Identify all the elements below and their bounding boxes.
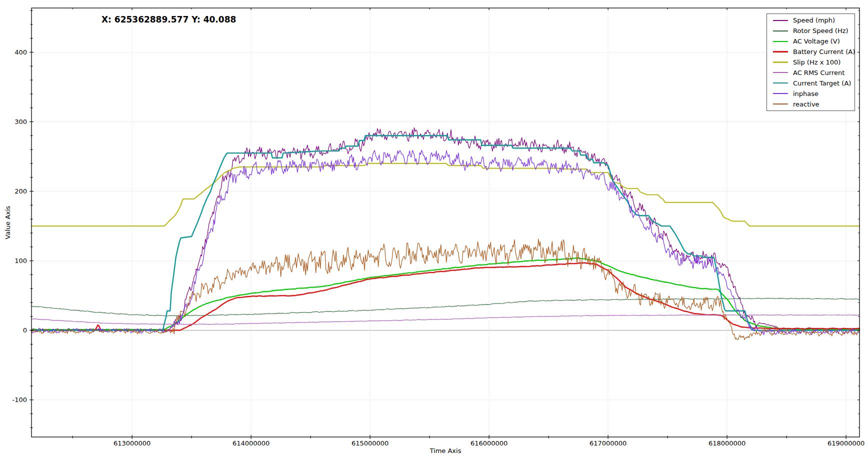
legend-label-rotor-speed-hz: Rotor Speed (Hz) [793,27,848,34]
figure: 6130000006140000006150000006160000006170… [0,0,868,459]
x-axis-label: Time Axis [416,447,476,454]
legend-item-inphase: inphase [767,88,854,98]
legend-swatch-speed-mph [773,20,788,21]
series-current-target-a [32,136,860,330]
y-axis-label: Value Axis [4,206,12,240]
legend-item-slip-hz-x-100: Slip (Hz x 100) [767,57,854,67]
legend-item-battery-current-a: Battery Current (A) [767,47,854,57]
y-tick-label: 100 [14,257,27,264]
legend-label-ac-rms-current: AC RMS Current [793,69,844,76]
legend-swatch-current-target-a [773,82,788,84]
legend-item-speed-mph: Speed (mph) [767,16,854,26]
x-tick-label: 613000000 [114,440,150,447]
legend-swatch-battery-current-a [773,51,788,52]
x-tick-label: 618000000 [708,440,746,447]
y-tick-label: -100 [12,396,27,404]
y-tick-label: 300 [14,118,27,126]
legend-swatch-reactive [773,104,788,104]
legend-swatch-ac-rms-current [773,72,788,73]
plot-border [32,8,860,437]
series-inphase [32,150,860,334]
x-tick-label: 619000000 [828,440,864,447]
legend-label-speed-mph: Speed (mph) [793,16,835,24]
legend-label-battery-current-a: Battery Current (A) [793,48,855,56]
legend-item-ac-voltage-v: AC Voltage (V) [767,36,854,46]
y-tick-label: 0 [23,326,27,334]
legend-swatch-rotor-speed-hz [773,30,788,32]
chart-canvas[interactable]: 6130000006140000006150000006160000006170… [0,0,868,459]
x-tick-label: 615000000 [352,440,388,447]
x-tick-label: 617000000 [590,440,626,447]
cursor-readout: X: 625362889.577 Y: 40.088 [102,14,236,24]
y-tick-label: 200 [14,188,27,195]
y-tick-label: 400 [14,48,27,56]
series-slip-hz-x-100 [32,164,860,226]
legend-item-ac-rms-current: AC RMS Current [767,68,854,78]
legend-swatch-slip-hz-x-100 [773,62,788,62]
legend-label-reactive: reactive [793,100,820,108]
legend-label-inphase: inphase [793,90,818,98]
series-battery-current-a [32,263,860,331]
legend-item-rotor-speed-hz: Rotor Speed (Hz) [767,26,854,36]
series-speed-mph [32,128,860,330]
series-rotor-speed-hz [32,298,860,316]
legend-label-slip-hz-x-100: Slip (Hz x 100) [793,58,840,66]
x-tick-label: 614000000 [232,440,270,447]
x-tick-label: 616000000 [470,440,508,447]
legend: Speed (mph)Rotor Speed (Hz)AC Voltage (V… [766,14,855,111]
legend-label-current-target-a: Current Target (A) [793,80,851,87]
legend-item-current-target-a: Current Target (A) [767,78,854,88]
legend-swatch-inphase [773,93,788,94]
legend-swatch-ac-voltage-v [773,41,788,42]
legend-label-ac-voltage-v: AC Voltage (V) [793,38,840,45]
legend-item-reactive: reactive [767,99,854,109]
series-ac-rms-current [32,315,860,325]
